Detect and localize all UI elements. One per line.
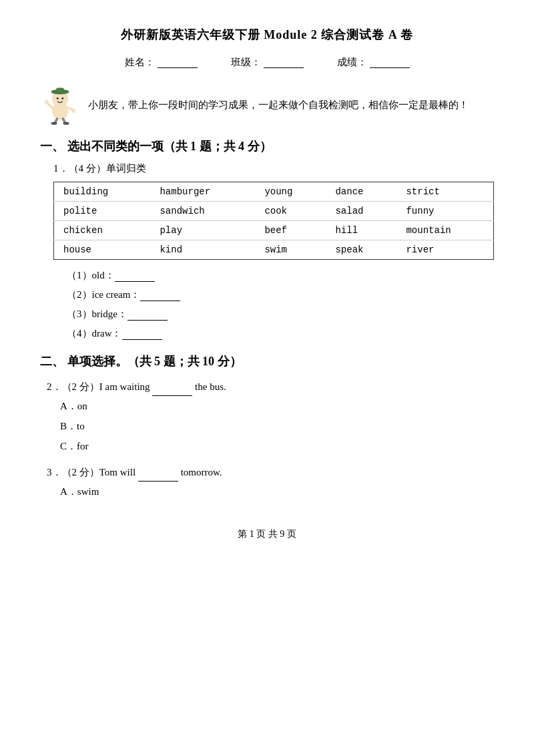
fill-item: （2）ice cream： [67,289,494,301]
question-text: 3．（2 分）Tom will tomorrow. [47,463,494,482]
word-cell: building [54,182,151,202]
page-footer: 第 1 页 共 9 页 [40,528,494,540]
fill-items: （1）old： （2）ice cream： （3）bridge： （4）draw… [53,269,494,340]
class-field: 班级： [231,56,304,69]
svg-point-13 [63,122,69,126]
word-cell: young [255,182,326,202]
word-cell: cook [255,202,326,221]
word-table: buildinghamburgeryoungdancestrictpolites… [53,182,494,260]
option-item: C．for [60,436,494,456]
section2-header: 二、 单项选择。（共 5 题；共 10 分） [40,353,494,369]
svg-line-6 [47,103,53,108]
word-cell: play [150,221,255,240]
word-cell: polite [54,202,151,221]
questions-container: 2．（2 分）I am waiting the bus.A．onB．toC．fo… [40,377,494,502]
word-cell: speak [326,240,396,260]
word-cell: sandwich [150,202,255,221]
svg-point-7 [45,100,49,104]
fill-item: （4）draw： [67,327,494,340]
option-item: A．swim [60,482,494,502]
word-cell: hamburger [150,182,255,202]
fill-blank [115,270,155,282]
option-item: B．to [60,416,494,436]
name-field: 姓名： [125,56,198,69]
score-field: 成绩： [337,56,410,69]
fill-item: （3）bridge： [67,308,494,321]
info-row: 姓名： 班级： 成绩： [40,56,494,69]
mascot-icon [40,85,80,125]
question1-block: 1．（4 分）单词归类 buildinghamburgeryoungdances… [53,162,494,340]
page-title: 外研新版英语六年级下册 Module 2 综合测试卷 A 卷 [40,27,494,43]
svg-point-5 [61,98,63,100]
mascot-text: 小朋友，带上你一段时间的学习成果，一起来做个自我检测吧，相信你一定是最棒的！ [88,97,469,113]
word-cell: river [396,240,493,260]
word-cell: kind [150,240,255,260]
question-block: 2．（2 分）I am waiting the bus.A．onB．toC．fo… [47,377,494,456]
fill-blank [122,328,162,340]
class-label: 班级： [231,56,261,69]
word-cell: mountain [396,221,493,240]
word-cell: funny [396,202,493,221]
fill-blank [140,289,180,301]
score-label: 成绩： [337,56,367,69]
word-cell: beef [255,221,326,240]
word-cell: swim [255,240,326,260]
question-block: 3．（2 分）Tom will tomorrow.A．swim [47,463,494,502]
option-item: A．on [60,396,494,416]
svg-point-9 [71,109,75,113]
question-text: 2．（2 分）I am waiting the bus. [47,377,494,396]
mascot-section: 小朋友，带上你一段时间的学习成果，一起来做个自我检测吧，相信你一定是最棒的！ [40,85,494,125]
score-blank [370,57,410,68]
word-cell: hill [326,221,396,240]
svg-point-4 [57,98,59,100]
word-cell: house [54,240,151,260]
class-blank [264,57,304,68]
question1-title: 1．（4 分）单词归类 [53,162,494,175]
svg-rect-3 [56,88,64,93]
name-blank [158,57,198,68]
word-cell: dance [326,182,396,202]
section1-header: 一、 选出不同类的一项（共 1 题；共 4 分） [40,138,494,154]
svg-point-12 [51,122,57,126]
word-cell: chicken [54,221,151,240]
fill-item: （1）old： [67,269,494,282]
word-cell: salad [326,202,396,221]
word-cell: strict [396,182,493,202]
name-label: 姓名： [125,56,155,69]
fill-blank [127,309,168,321]
